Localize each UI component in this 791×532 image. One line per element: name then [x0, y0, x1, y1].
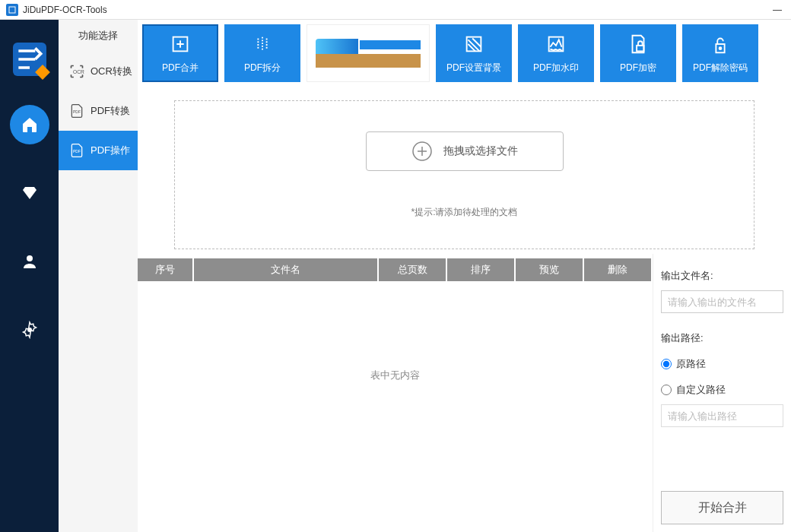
tool-background[interactable]: PDF设置背景 — [436, 24, 512, 82]
th-name: 文件名 — [194, 258, 379, 281]
nav-vip[interactable] — [10, 173, 49, 213]
tool-logo-image — [307, 24, 430, 82]
nav-user[interactable] — [10, 242, 49, 281]
sidebar-item-label: PDF操作 — [91, 144, 130, 157]
th-del: 删除 — [584, 258, 653, 281]
svg-point-11 — [720, 47, 722, 49]
background-icon — [462, 33, 485, 55]
user-icon — [21, 252, 39, 271]
radio-custom-path[interactable]: 自定义路径 — [661, 383, 783, 397]
home-icon — [21, 116, 39, 134]
custom-path-input — [661, 404, 783, 427]
sidebar-item-label: OCR转换 — [91, 65, 132, 78]
table-empty-message: 表中无内容 — [138, 281, 653, 470]
ocr-icon: OCR — [69, 64, 84, 79]
sidebar-item-convert[interactable]: PDF PDF转换 — [59, 91, 138, 131]
th-view: 预览 — [516, 258, 584, 281]
th-pages: 总页数 — [379, 258, 447, 281]
minimize-button[interactable]: — — [770, 5, 785, 15]
nav-rail — [0, 20, 59, 532]
tool-split[interactable]: PDF拆分 — [224, 24, 300, 82]
app-logo — [13, 43, 46, 76]
svg-point-1 — [27, 255, 33, 261]
watermark-icon — [545, 33, 567, 55]
tool-merge[interactable]: PDF合并 — [142, 24, 218, 82]
radio-original-input[interactable] — [661, 359, 672, 369]
dropzone-hint: *提示:请添加待处理的文档 — [411, 206, 517, 219]
output-path-label: 输出路径: — [661, 331, 783, 345]
nav-settings[interactable] — [10, 310, 49, 350]
title-bar: JiDuPDF-OCR-Tools — — [0, 0, 791, 20]
svg-rect-9 — [637, 45, 643, 51]
svg-text:PDF: PDF — [73, 149, 81, 154]
output-filename-label: 输出文件名: — [661, 269, 783, 283]
th-sn: 序号 — [138, 258, 194, 281]
svg-point-2 — [27, 328, 32, 332]
nav-home[interactable] — [10, 105, 49, 144]
tool-watermark[interactable]: PDF加水印 — [518, 24, 594, 82]
tool-encrypt[interactable]: PDF加密 — [600, 24, 676, 82]
table-header-row: 序号 文件名 总页数 排序 预览 删除 — [138, 258, 653, 281]
th-sort: 排序 — [447, 258, 516, 281]
radio-custom-input[interactable] — [661, 385, 672, 395]
encrypt-icon — [627, 33, 650, 55]
gear-icon — [21, 321, 39, 339]
svg-text:PDF: PDF — [73, 109, 81, 114]
tool-decrypt[interactable]: PDF解除密码 — [682, 24, 758, 82]
svg-text:OCR: OCR — [73, 69, 84, 74]
sidebar: 功能选择 OCR OCR转换 PDF PDF转换 PDF PDF操作 — [59, 20, 138, 532]
sidebar-item-label: PDF转换 — [91, 104, 130, 118]
dropzone[interactable]: 拖拽或选择文件 *提示:请添加待处理的文档 — [174, 100, 754, 249]
file-table: 序号 文件名 总页数 排序 预览 删除 表中无内容 — [138, 254, 653, 532]
split-icon — [251, 33, 274, 55]
sidebar-item-ocr[interactable]: OCR OCR转换 — [59, 52, 138, 91]
pdf-convert-icon: PDF — [69, 103, 84, 119]
output-filename-input[interactable] — [661, 290, 783, 313]
app-icon — [6, 4, 18, 16]
select-file-button[interactable]: 拖拽或选择文件 — [366, 131, 564, 171]
plus-circle-icon — [411, 141, 433, 162]
sidebar-item-operate[interactable]: PDF PDF操作 — [59, 131, 138, 170]
toolbar: PDF合并 PDF拆分 PDF设置背景 PDF加水印 PDF加密 — [138, 20, 791, 87]
window-title: JiDuPDF-OCR-Tools — [23, 5, 107, 15]
output-panel: 输出文件名: 输出路径: 原路径 自定义路径 开始合并 — [653, 254, 791, 532]
svg-rect-0 — [9, 7, 15, 13]
start-merge-button[interactable]: 开始合并 — [661, 491, 783, 524]
content: PDF合并 PDF拆分 PDF设置背景 PDF加水印 PDF加密 — [138, 20, 791, 532]
pdf-operate-icon: PDF — [69, 143, 84, 158]
merge-icon — [169, 33, 192, 55]
decrypt-icon — [709, 33, 732, 55]
diamond-icon — [21, 184, 39, 202]
sidebar-header: 功能选择 — [59, 20, 138, 52]
radio-original-path[interactable]: 原路径 — [661, 357, 783, 371]
